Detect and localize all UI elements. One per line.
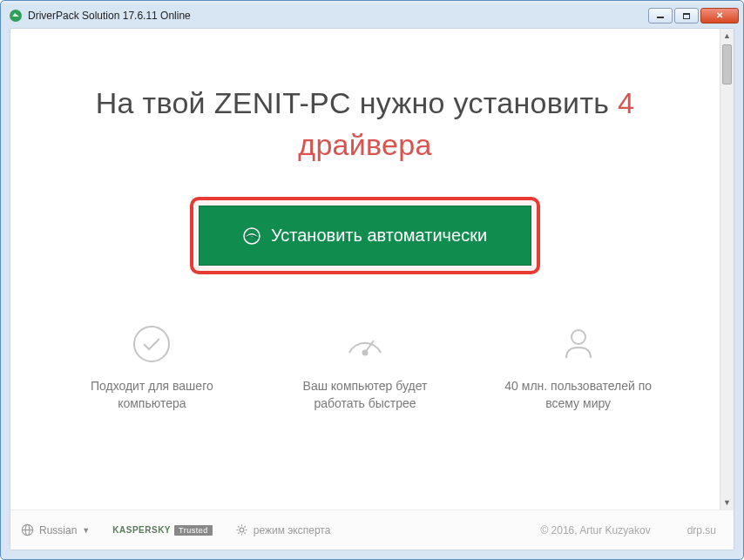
vertical-scrollbar[interactable]: ▲ ▼ xyxy=(720,29,734,509)
language-selector[interactable]: Russian ▼ xyxy=(21,523,90,536)
scrollbar-thumb[interactable] xyxy=(722,44,732,84)
language-label: Russian xyxy=(39,524,77,536)
cta-label: Установить автоматически xyxy=(271,226,487,246)
app-icon xyxy=(9,9,23,23)
minimize-button[interactable] xyxy=(648,8,673,24)
scroll-up-icon[interactable]: ▲ xyxy=(720,29,734,43)
person-icon xyxy=(558,323,599,365)
copyright: © 2016, Artur Kuzyakov xyxy=(540,524,650,536)
svg-line-17 xyxy=(244,526,245,527)
chevron-down-icon: ▼ xyxy=(82,526,90,535)
check-circle-icon xyxy=(131,323,172,365)
feature-text: Подходит для вашего компьютера xyxy=(64,377,239,413)
main-content: На твой ZENIT-PC нужно установить 4 драй… xyxy=(10,29,720,509)
window-controls xyxy=(648,8,739,24)
svg-line-16 xyxy=(238,533,239,534)
titlebar: DriverPack Solution 17.6.11 Online xyxy=(3,3,741,28)
kaspersky-badge: KASPERSKY Trusted xyxy=(112,525,212,536)
headline-part2: драйвера xyxy=(298,128,431,161)
gauge-icon xyxy=(344,323,386,365)
headline-part1: На твой ZENIT-PC нужно установить xyxy=(96,86,618,119)
footer: Russian ▼ KASPERSKY Trusted режим экспер… xyxy=(10,509,734,550)
gear-icon xyxy=(235,523,248,536)
svg-line-14 xyxy=(238,526,239,527)
install-auto-button[interactable]: Установить автоматически xyxy=(199,206,531,266)
window-title: DriverPack Solution 17.6.11 Online xyxy=(28,10,648,22)
globe-icon xyxy=(21,523,34,536)
site-link[interactable]: drp.su xyxy=(687,524,716,536)
driverpack-icon xyxy=(243,227,260,245)
trusted-badge: Trusted xyxy=(174,525,213,536)
kaspersky-label: KASPERSKY xyxy=(112,525,171,535)
headline: На твой ZENIT-PC нужно установить 4 драй… xyxy=(45,83,685,165)
client-area: На твой ZENIT-PC нужно установить 4 драй… xyxy=(10,28,734,550)
app-window: DriverPack Solution 17.6.11 Online На тв… xyxy=(0,0,744,560)
feature-faster: Ваш компьютер будет работать быстрее xyxy=(267,323,463,413)
scroll-down-icon[interactable]: ▼ xyxy=(720,496,734,509)
expert-mode-label: режим эксперта xyxy=(254,524,331,536)
feature-suitable: Подходит для вашего компьютера xyxy=(54,323,250,413)
features-row: Подходит для вашего компьютера Ваш компь… xyxy=(45,323,685,413)
svg-line-15 xyxy=(244,533,245,534)
feature-text: 40 млн. пользователей по всему миру xyxy=(491,377,666,413)
svg-point-2 xyxy=(134,327,169,361)
svg-point-4 xyxy=(363,351,368,355)
close-button[interactable] xyxy=(700,8,739,24)
headline-count: 4 xyxy=(618,86,634,119)
svg-point-9 xyxy=(240,528,244,532)
feature-users: 40 млн. пользователей по всему миру xyxy=(480,323,676,413)
svg-point-5 xyxy=(572,330,585,344)
scroll-area: На твой ZENIT-PC нужно установить 4 драй… xyxy=(10,29,734,509)
cta-highlight: Установить автоматически xyxy=(190,197,540,274)
maximize-button[interactable] xyxy=(674,8,699,24)
feature-text: Ваш компьютер будет работать быстрее xyxy=(278,377,452,413)
expert-mode-button[interactable]: режим эксперта xyxy=(235,523,331,536)
cta-container: Установить автоматически xyxy=(45,197,685,274)
